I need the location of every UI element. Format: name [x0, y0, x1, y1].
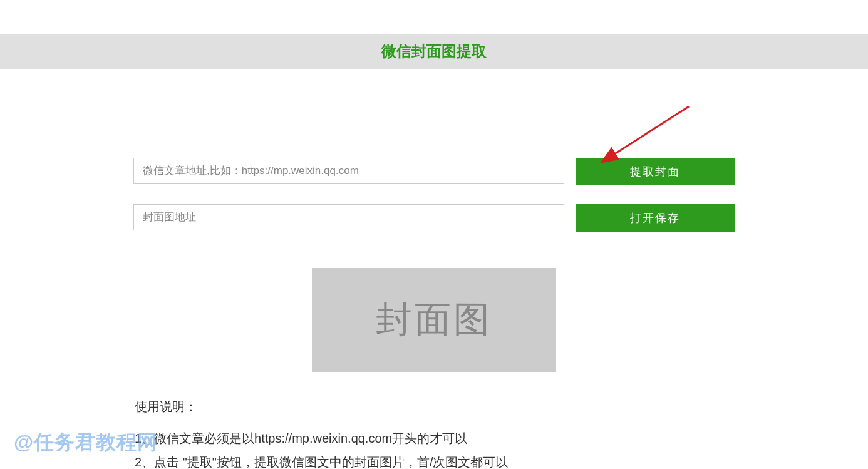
open-save-button[interactable]: 打开保存: [576, 204, 735, 232]
cover-url-input[interactable]: [133, 204, 564, 230]
watermark: @任务君教程网: [14, 429, 158, 456]
extract-cover-button[interactable]: 提取封面: [576, 158, 735, 185]
instruction-item: 1、微信文章必须是以https://mp.weixin.qq.com开头的才可以: [135, 426, 735, 450]
instructions-title: 使用说明：: [135, 398, 735, 415]
header-bar: 微信封面图提取: [0, 34, 868, 69]
cover-preview-placeholder: 封面图: [312, 268, 556, 372]
preview-placeholder-text: 封面图: [376, 296, 492, 344]
main-content: 提取封面 打开保存 封面图 使用说明： 1、微信文章必须是以https://mp…: [133, 69, 735, 469]
article-url-input[interactable]: [133, 158, 564, 184]
preview-area: 封面图: [133, 268, 735, 372]
page-title: 微信封面图提取: [381, 41, 487, 61]
article-url-row: 提取封面: [133, 158, 735, 185]
instruction-item: 2、点击 "提取"按钮，提取微信图文中的封面图片，首/次图文都可以: [135, 450, 735, 469]
cover-url-row: 打开保存: [133, 204, 735, 232]
instructions-section: 使用说明： 1、微信文章必须是以https://mp.weixin.qq.com…: [133, 398, 735, 469]
